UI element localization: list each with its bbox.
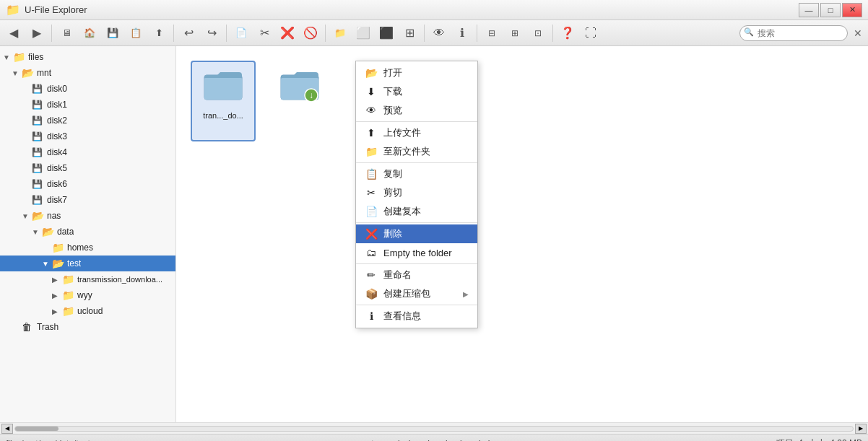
clear-search-button[interactable]: ✕ — [851, 26, 865, 40]
redo-button[interactable]: ↪ — [201, 23, 222, 43]
info-button[interactable]: ℹ — [451, 23, 473, 43]
sidebar-item-ucloud[interactable]: ▶ 📁 ucloud — [0, 303, 175, 319]
back-button[interactable]: ◀ — [3, 23, 25, 43]
folder-icon: 📁 — [13, 51, 26, 63]
file-item-folder2[interactable]: ↓ — [267, 61, 332, 141]
save-as-button[interactable]: 📋 — [125, 23, 147, 43]
sidebar-item-disk7[interactable]: 💾 disk7 — [0, 192, 175, 208]
undo-button[interactable]: ↩ — [178, 23, 199, 43]
sidebar-item-trash[interactable]: 🗑 Trash — [0, 319, 175, 335]
copy-button[interactable]: 📄 — [230, 23, 252, 43]
search-input[interactable] — [739, 25, 848, 41]
sidebar-item-files[interactable]: ▼ 📁 files — [0, 49, 175, 65]
disk-icon: 💾 — [32, 115, 45, 126]
menu-separator-2 — [356, 162, 477, 163]
home-button[interactable]: 🏠 — [79, 23, 100, 43]
expand-button[interactable]: ⛶ — [580, 23, 602, 43]
tool2-button[interactable]: ⊞ — [504, 23, 526, 43]
menu-item-label: 查看信息 — [383, 310, 469, 323]
file-item-folder1[interactable]: tran..._do... — [191, 61, 256, 141]
menu-item-delete[interactable]: ❌ 删除 — [356, 224, 477, 243]
delete-button[interactable]: ❌ — [277, 23, 298, 43]
delete-icon: ❌ — [365, 228, 378, 240]
select-all-button[interactable]: ⬛ — [376, 23, 397, 43]
status-info: 项目: 4, 大小: 4.00 MB — [776, 437, 862, 441]
submenu-arrow-icon: ▶ — [463, 290, 469, 298]
sidebar-item-disk2[interactable]: 💾 disk2 — [0, 113, 175, 128]
scroll-right-button[interactable]: ▶ — [855, 424, 867, 434]
menu-item-label: 上传文件 — [383, 126, 469, 139]
cut-button[interactable]: ✂ — [253, 23, 275, 43]
menu-item-upload-file[interactable]: ⬆ 上传文件 — [356, 123, 477, 142]
sidebar-item-transmission[interactable]: ▶ 📁 transmission_downloa... — [0, 271, 175, 287]
trash-icon: 🗑 — [22, 321, 35, 333]
sidebar-item-mnt[interactable]: ▼ 📂 mnt — [0, 65, 175, 81]
save-button[interactable]: 💾 — [102, 23, 123, 43]
scrollbar-area: ◀ ▶ — [0, 422, 868, 434]
computer-button[interactable]: 🖥 — [56, 23, 77, 43]
forward-button[interactable]: ▶ — [26, 23, 48, 43]
menu-item-preview[interactable]: 👁 预览 — [356, 101, 477, 120]
sidebar-item-label: files — [28, 52, 43, 62]
search-area: ✕ — [739, 25, 865, 41]
open-icon: 📂 — [365, 67, 378, 79]
sidebar-item-disk6[interactable]: 💾 disk6 — [0, 176, 175, 192]
upload-button[interactable]: ⬆ — [148, 23, 170, 43]
tool1-button[interactable]: ⊟ — [481, 23, 503, 43]
minimize-button[interactable]: — — [799, 3, 819, 17]
menu-item-label: Empty the folder — [383, 248, 469, 258]
menu-item-empty-folder[interactable]: 🗂 Empty the folder — [356, 243, 477, 262]
maximize-button[interactable]: □ — [820, 3, 841, 17]
sidebar-item-disk5[interactable]: 💾 disk5 — [0, 160, 175, 176]
arrow-icon: ▼ — [22, 212, 32, 220]
grid-button[interactable]: ⊞ — [399, 23, 420, 43]
duplicate-icon: 📄 — [365, 206, 378, 217]
sidebar-item-test[interactable]: ▼ 📂 test — [0, 256, 175, 271]
sidebar-item-disk0[interactable]: 💾 disk0 — [0, 81, 175, 97]
menu-item-open[interactable]: 📂 打开 — [356, 64, 477, 82]
sidebar-item-label: disk6 — [47, 179, 67, 189]
help-button[interactable]: ❓ — [557, 23, 578, 43]
main-layout: ▼ 📁 files ▼ 📂 mnt 💾 disk0 💾 disk1 💾 disk… — [0, 46, 868, 422]
menu-item-duplicate[interactable]: 📄 创建复本 — [356, 202, 477, 221]
menu-item-new-folder[interactable]: 📁 至新文件夹 — [356, 142, 477, 161]
sidebar-item-data[interactable]: ▼ 📂 data — [0, 224, 175, 240]
sidebar-item-wyy[interactable]: ▶ 📁 wyy — [0, 287, 175, 303]
scrollbar-thumb[interactable] — [15, 427, 58, 431]
view-button[interactable]: 👁 — [428, 23, 450, 43]
select-button[interactable]: ⬜ — [352, 23, 374, 43]
status-selection: transmission_downloads_admin — [90, 439, 776, 442]
sidebar-item-homes[interactable]: 📁 homes — [0, 240, 175, 256]
menu-item-label: 预览 — [383, 104, 469, 117]
compress-icon: 📦 — [365, 288, 378, 300]
sidebar-item-disk1[interactable]: 💾 disk1 — [0, 97, 175, 113]
menu-item-info[interactable]: ℹ 查看信息 — [356, 307, 477, 326]
disk-icon: 💾 — [32, 100, 45, 110]
menu-item-compress[interactable]: 📦 创建压缩包 ▶ — [356, 284, 477, 303]
menu-item-label: 创建复本 — [383, 205, 469, 218]
new-folder-button[interactable]: 📁 — [329, 23, 351, 43]
menu-item-label: 打开 — [383, 66, 469, 79]
sidebar-item-disk3[interactable]: 💾 disk3 — [0, 128, 175, 144]
separator-4 — [325, 25, 326, 42]
cancel-button[interactable]: 🚫 — [300, 23, 321, 43]
sidebar-item-nas[interactable]: ▼ 📂 nas — [0, 208, 175, 224]
sidebar: ▼ 📁 files ▼ 📂 mnt 💾 disk0 💾 disk1 💾 disk… — [0, 46, 176, 422]
sidebar-item-disk4[interactable]: 💾 disk4 — [0, 144, 175, 160]
menu-item-cut[interactable]: ✂ 剪切 — [356, 183, 477, 202]
menu-item-label: 至新文件夹 — [383, 145, 469, 158]
menu-item-rename[interactable]: ✏ 重命名 — [356, 266, 477, 284]
tool3-button[interactable]: ⊡ — [527, 23, 549, 43]
menu-item-download[interactable]: ⬇ 下载 — [356, 82, 477, 101]
window-controls[interactable]: — □ ✕ — [799, 3, 862, 17]
svg-text:↓: ↓ — [309, 90, 313, 100]
arrow-icon: ▶ — [52, 307, 62, 315]
close-button[interactable]: ✕ — [842, 3, 862, 17]
scrollbar-track[interactable] — [14, 426, 854, 432]
menu-item-label: 删除 — [383, 227, 469, 240]
menu-item-label: 重命名 — [383, 268, 469, 281]
scroll-left-button[interactable]: ◀ — [1, 424, 13, 434]
menu-item-copy[interactable]: 📋 复制 — [356, 165, 477, 183]
sidebar-resizer[interactable] — [173, 46, 175, 422]
app-icon: 📁 — [6, 3, 20, 17]
